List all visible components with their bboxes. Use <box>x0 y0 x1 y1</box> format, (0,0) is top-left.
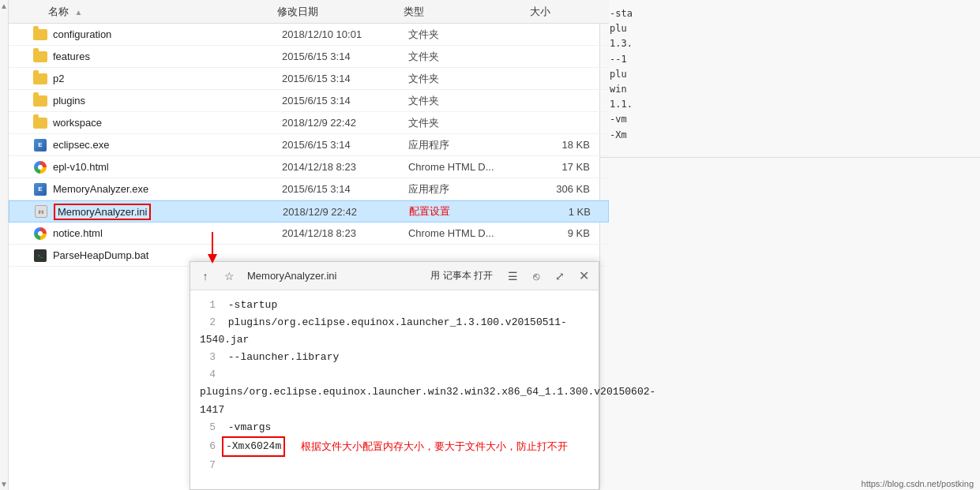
ini-icon: ini <box>33 204 49 219</box>
exe-icon: E <box>32 137 48 153</box>
table-row[interactable]: E MemoryAnalyzer.exe 2015/6/15 3:14 应用程序… <box>9 178 609 200</box>
table-row[interactable]: p2 2015/6/15 3:14 文件夹 <box>9 68 609 90</box>
file-type: 文件夹 <box>408 50 535 64</box>
file-date: 2015/6/15 3:14 <box>282 139 408 151</box>
open-with-notepad-btn[interactable]: 用 记事本 打开 <box>426 267 498 284</box>
chrome-icon <box>32 159 48 175</box>
line-7: 7 <box>200 457 589 474</box>
preview-line: -vm <box>610 112 971 127</box>
folder-icon <box>32 71 48 87</box>
line-4: 4 plugins/org.eclipse.equinox.launcher.w… <box>200 366 589 418</box>
file-date: 2015/6/15 3:14 <box>282 95 408 107</box>
file-date: 2018/12/9 22:42 <box>283 206 409 218</box>
file-date: 2018/12/10 10:01 <box>282 28 408 40</box>
file-name: ParseHeapDump.bat <box>53 249 282 261</box>
selected-file-name-box: MemoryAnalyzer.ini <box>54 204 151 220</box>
file-name: notice.html <box>53 227 282 239</box>
file-explorer: ▲ ▼ 名称 ▲ 修改日期 类型 大小 configuration <box>0 0 600 490</box>
file-type: 文件夹 <box>408 72 535 86</box>
file-type: 文件夹 <box>408 28 535 42</box>
file-date: 2015/6/15 3:14 <box>282 73 408 84</box>
scroll-up-btn[interactable]: ▲ <box>0 2 8 10</box>
file-type: 应用程序 <box>408 182 535 196</box>
file-size: 18 KB <box>535 139 598 151</box>
preview-line: --1 <box>610 52 971 67</box>
table-row[interactable]: features 2015/6/15 3:14 文件夹 <box>9 46 609 68</box>
file-name: features <box>53 50 282 62</box>
line-1: 1 -startup <box>200 297 589 314</box>
file-size: 306 KB <box>535 183 598 195</box>
file-date: 2014/12/18 8:23 <box>282 227 408 239</box>
scroll-down-btn[interactable]: ▼ <box>0 480 8 488</box>
col-header-name[interactable]: 名称 ▲ <box>9 5 277 19</box>
line-5: 5 -vmargs <box>200 419 589 436</box>
xmx-value-box: -Xmx6024m <box>222 436 285 457</box>
preview-line: plu <box>610 21 971 36</box>
viewer-toolbar: ↑ ☆ MemoryAnalyzer.ini 用 记事本 打开 ☰ ⎋ ⤢ ✕ <box>190 262 599 290</box>
file-date: 2014/12/18 8:23 <box>282 161 408 173</box>
file-name: MemoryAnalyzer.exe <box>53 183 282 195</box>
file-type: 配置设置 <box>409 204 535 219</box>
file-name: eclipsec.exe <box>53 139 282 151</box>
file-name: configuration <box>53 28 282 40</box>
line-3: 3 --launcher.library <box>200 349 589 366</box>
file-type: 文件夹 <box>408 94 535 108</box>
line-6: 6 -Xmx6024m 根据文件大小配置内存大小，要大于文件大小，防止打不开 <box>200 436 589 457</box>
table-row[interactable]: configuration 2018/12/10 10:01 文件夹 <box>9 24 609 46</box>
url-bar: https://blog.csdn.net/postking <box>862 479 974 488</box>
folder-icon <box>32 27 48 43</box>
preview-line: win <box>610 82 971 97</box>
folder-icon <box>32 115 48 131</box>
line-2: 2 plugins/org.eclipse.equinox.launcher_1… <box>200 314 589 349</box>
right-panel: -sta plu 1.3. --1 plu win 1.1. -vm -Xm h… <box>600 0 980 490</box>
chrome-icon <box>32 226 48 241</box>
bat-icon: >_ <box>32 248 48 264</box>
preview-snippet: -sta plu 1.3. --1 plu win 1.1. -vm -Xm <box>600 0 980 158</box>
preview-line: plu <box>610 67 971 82</box>
left-scrollbar: ▲ ▼ <box>0 0 9 490</box>
table-row[interactable]: workspace 2018/12/9 22:42 文件夹 <box>9 112 609 134</box>
file-type: Chrome HTML D... <box>408 227 535 239</box>
toolbar-pin-btn[interactable]: ☆ <box>220 267 238 285</box>
file-date: 2018/12/9 22:42 <box>282 117 408 129</box>
viewer-content: 1 -startup 2 plugins/org.eclipse.equinox… <box>190 290 599 481</box>
table-row-selected[interactable]: ini MemoryAnalyzer.ini 2018/12/9 22:42 配… <box>9 200 609 223</box>
table-row[interactable]: E eclipsec.exe 2015/6/15 3:14 应用程序 18 KB <box>9 134 609 156</box>
viewer-filename: MemoryAnalyzer.ini <box>244 270 419 282</box>
preview-line: -sta <box>610 6 971 21</box>
col-header-type[interactable]: 类型 <box>404 5 530 19</box>
table-row[interactable]: notice.html 2014/12/18 8:23 Chrome HTML … <box>9 223 609 245</box>
file-name: p2 <box>53 73 282 84</box>
file-size: 17 KB <box>535 161 598 173</box>
preview-line: 1.3. <box>610 36 971 51</box>
file-name: epl-v10.html <box>53 161 282 173</box>
file-size: 1 KB <box>535 206 599 218</box>
preview-line: 1.1. <box>610 97 971 112</box>
file-type: Chrome HTML D... <box>408 161 535 173</box>
exe-icon: E <box>32 181 48 197</box>
file-name: plugins <box>53 95 282 107</box>
file-header: 名称 ▲ 修改日期 类型 大小 <box>9 0 609 24</box>
table-row[interactable]: plugins 2015/6/15 3:14 文件夹 <box>9 90 609 112</box>
file-viewer-panel: ↑ ☆ MemoryAnalyzer.ini 用 记事本 打开 ☰ ⎋ ⤢ ✕ … <box>190 261 599 490</box>
folder-icon <box>32 93 48 109</box>
sort-arrow: ▲ <box>75 8 83 17</box>
table-row[interactable]: epl-v10.html 2014/12/18 8:23 Chrome HTML… <box>9 156 609 178</box>
toolbar-close-btn[interactable]: ✕ <box>575 267 592 285</box>
file-name: workspace <box>53 117 282 129</box>
file-size: 9 KB <box>535 227 598 239</box>
col-header-size[interactable]: 大小 <box>530 5 609 19</box>
file-date: 2015/6/15 3:14 <box>282 50 408 62</box>
toolbar-up-btn[interactable]: ↑ <box>197 267 214 285</box>
toolbar-menu-btn[interactable]: ☰ <box>504 267 521 285</box>
toolbar-share-btn[interactable]: ⎋ <box>528 267 545 285</box>
file-type: 文件夹 <box>408 116 535 130</box>
down-arrow-icon <box>205 232 220 264</box>
col-header-date[interactable]: 修改日期 <box>277 5 404 19</box>
file-type: 应用程序 <box>408 138 535 152</box>
file-name: MemoryAnalyzer.ini <box>54 204 283 220</box>
file-date: 2015/6/15 3:14 <box>282 183 408 195</box>
preview-line: -Xm <box>610 128 971 143</box>
folder-icon <box>32 49 48 65</box>
toolbar-expand-btn[interactable]: ⤢ <box>551 267 569 285</box>
